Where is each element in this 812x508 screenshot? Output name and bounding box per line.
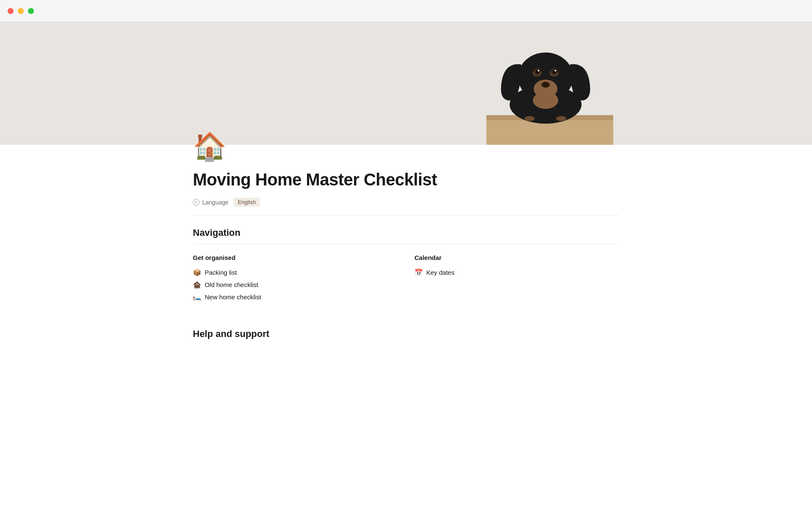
minimize-button[interactable] bbox=[18, 8, 24, 14]
help-section: Help and support bbox=[193, 329, 619, 340]
navigation-title: Navigation bbox=[193, 227, 619, 238]
svg-point-13 bbox=[541, 82, 550, 88]
nav-column-calendar: Calendar 📅 Key dates bbox=[414, 254, 619, 303]
svg-point-11 bbox=[538, 70, 539, 72]
property-label-text: Language bbox=[202, 199, 228, 206]
packing-list-label: Packing list bbox=[205, 269, 237, 276]
property-value[interactable]: English bbox=[233, 198, 260, 207]
property-label: ⊙ Language bbox=[193, 199, 228, 206]
new-home-label: New home checklist bbox=[205, 293, 261, 301]
hero-banner bbox=[0, 22, 812, 145]
content-wrapper: 🏠 Moving Home Master Checklist ⊙ Languag… bbox=[0, 22, 812, 340]
page-icon: 🏠 bbox=[193, 133, 619, 160]
nav-item-packing-list[interactable]: 📦 Packing list bbox=[193, 266, 398, 279]
svg-point-14 bbox=[533, 92, 558, 109]
page-title: Moving Home Master Checklist bbox=[193, 170, 619, 189]
nav-item-old-home[interactable]: 🏚️ Old home checklist bbox=[193, 279, 398, 291]
titlebar bbox=[0, 0, 812, 22]
properties-row: ⊙ Language English bbox=[193, 198, 619, 207]
key-dates-label: Key dates bbox=[426, 269, 455, 276]
help-title: Help and support bbox=[193, 329, 619, 340]
old-home-icon: 🏚️ bbox=[193, 281, 201, 289]
calendar-icon: 📅 bbox=[414, 268, 423, 276]
nav-item-key-dates[interactable]: 📅 Key dates bbox=[414, 266, 619, 279]
close-button[interactable] bbox=[8, 8, 14, 14]
navigation-divider bbox=[193, 243, 619, 244]
hero-image bbox=[444, 22, 647, 145]
language-icon: ⊙ bbox=[193, 199, 200, 206]
nav-column-organised-title: Get organised bbox=[193, 254, 398, 261]
nav-column-calendar-title: Calendar bbox=[414, 254, 619, 261]
packing-list-icon: 📦 bbox=[193, 268, 201, 276]
maximize-button[interactable] bbox=[28, 8, 34, 14]
navigation-columns: Get organised 📦 Packing list 🏚️ Old home… bbox=[193, 254, 619, 303]
new-home-icon: 🛏️ bbox=[193, 293, 201, 301]
properties-divider bbox=[193, 215, 619, 215]
nav-column-organised: Get organised 📦 Packing list 🏚️ Old home… bbox=[193, 254, 398, 303]
svg-point-18 bbox=[556, 116, 566, 121]
nav-item-new-home[interactable]: 🛏️ New home checklist bbox=[193, 291, 398, 303]
svg-point-12 bbox=[554, 70, 556, 72]
svg-point-17 bbox=[524, 116, 535, 121]
page-content: 🏠 Moving Home Master Checklist ⊙ Languag… bbox=[152, 133, 660, 340]
old-home-label: Old home checklist bbox=[205, 281, 258, 288]
